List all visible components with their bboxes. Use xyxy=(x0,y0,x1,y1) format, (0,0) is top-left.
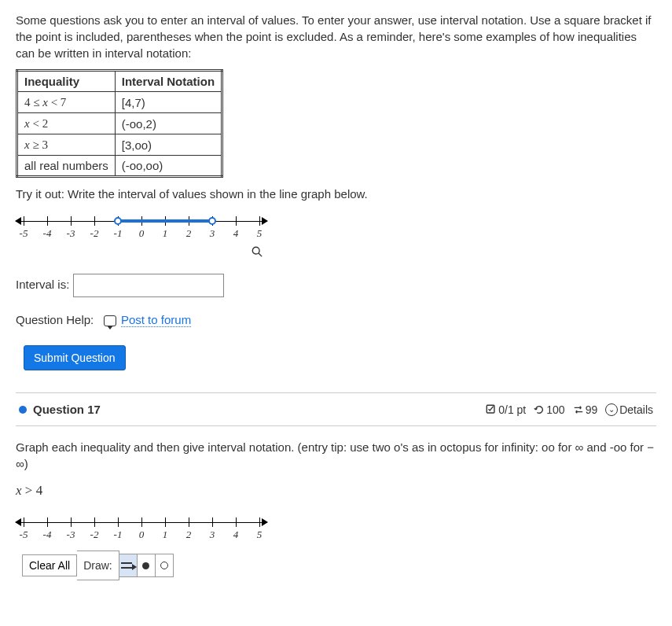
tick-label: -2 xyxy=(85,528,104,541)
draw-label: Draw: xyxy=(77,551,119,580)
retries-badge: 100 xyxy=(534,403,564,416)
tick-label: 0 xyxy=(132,528,151,541)
table-row: 4 ≤ x < 7 [4,7) xyxy=(17,92,222,113)
closed-point-tool-button[interactable] xyxy=(138,554,156,577)
inequality-expr: x > 4 xyxy=(16,483,656,499)
tick-label: 1 xyxy=(156,227,174,240)
interval-input[interactable] xyxy=(73,274,224,297)
tick-label: 2 xyxy=(179,227,198,240)
tryit-text: Try it out: Write the interval of values… xyxy=(16,187,656,201)
tick-label: 0 xyxy=(132,227,151,240)
numberline-drawing[interactable]: -5-4-3-2-1012345 xyxy=(16,513,267,544)
question-body: Graph each inequality and then give inte… xyxy=(16,439,656,472)
filled-dot-icon xyxy=(142,562,149,569)
draw-toolbar: Clear All Draw: xyxy=(22,551,656,580)
question-header: Question 17 0/1 pt 100 99 ⌄ Details xyxy=(16,392,656,426)
tick-label: -5 xyxy=(14,227,33,240)
ray-tool-button[interactable] xyxy=(119,554,138,577)
open-point-tool-button[interactable] xyxy=(156,554,174,577)
table-row: x < 2 (-oo,2) xyxy=(17,113,222,134)
numberline-graph: -5-4-3-2-1012345 xyxy=(16,212,267,243)
tick-label: 5 xyxy=(250,227,269,240)
chat-icon xyxy=(104,315,116,326)
intro-text: Some questions ask you to enter an inter… xyxy=(16,12,656,61)
header-notation: Interval Notation xyxy=(115,71,222,92)
tick-label: 4 xyxy=(226,528,245,541)
tick-label: -4 xyxy=(38,528,57,541)
tick-label: -2 xyxy=(85,227,104,240)
chevron-down-icon: ⌄ xyxy=(605,403,618,416)
post-forum-link[interactable]: Post to forum xyxy=(121,313,191,327)
tick-label: -3 xyxy=(61,227,80,240)
tick-label: -3 xyxy=(61,528,80,541)
header-inequality: Inequality xyxy=(17,71,116,92)
table-row: all real numbers (-oo,oo) xyxy=(17,156,222,177)
tick-label: -5 xyxy=(14,528,33,541)
swap-icon xyxy=(573,404,584,415)
details-link[interactable]: ⌄ Details xyxy=(605,403,653,416)
svg-line-1 xyxy=(259,253,262,256)
tick-label: 3 xyxy=(203,528,222,541)
tick-label: 4 xyxy=(226,227,245,240)
tick-label: -4 xyxy=(38,227,57,240)
checkbox-icon xyxy=(486,404,497,415)
question-title: Question 17 xyxy=(33,403,101,416)
submit-button[interactable]: Submit Question xyxy=(24,345,126,370)
clear-all-button[interactable]: Clear All xyxy=(22,554,77,576)
ray-icon xyxy=(121,562,135,569)
arrow-right-icon xyxy=(262,217,268,225)
status-dot-icon xyxy=(19,406,27,414)
examples-table: Inequality Interval Notation 4 ≤ x < 7 [… xyxy=(16,69,223,178)
open-dot-icon xyxy=(160,562,168,569)
interval-label: Interval is: xyxy=(16,278,69,291)
tick-label: -1 xyxy=(108,227,127,240)
arrow-right-icon xyxy=(262,518,268,526)
score-badge: 0/1 pt xyxy=(486,403,526,416)
tick-label: 2 xyxy=(179,528,198,541)
tick-label: 3 xyxy=(203,227,222,240)
tick-label: -1 xyxy=(108,528,127,541)
tick-label: 5 xyxy=(250,528,269,541)
undo-icon xyxy=(534,404,545,415)
attempts-badge: 99 xyxy=(573,403,598,416)
tick-label: 1 xyxy=(156,528,174,541)
table-row: x ≥ 3 [3,oo) xyxy=(17,134,222,156)
magnifier-icon[interactable] xyxy=(252,246,263,260)
help-label: Question Help: xyxy=(16,313,94,326)
